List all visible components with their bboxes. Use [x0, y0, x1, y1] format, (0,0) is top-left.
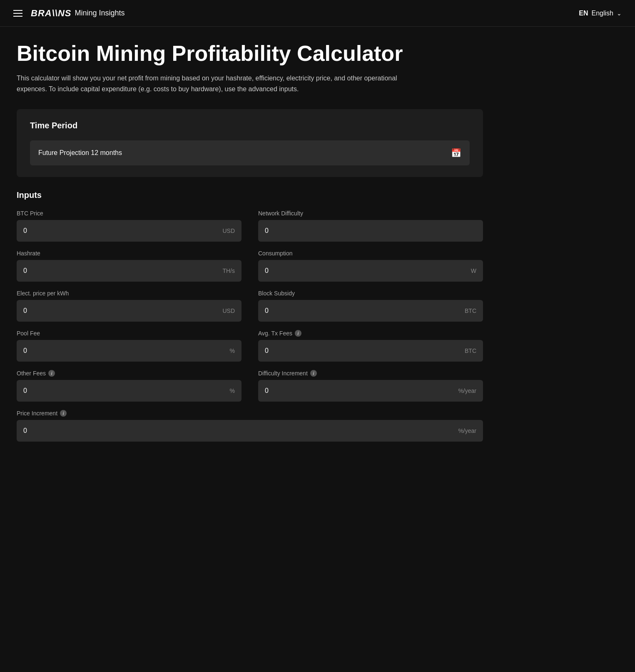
input-group-elect-price: Elect. price per kWhUSD: [17, 290, 242, 322]
field-wrapper-pool-fee: %: [17, 340, 242, 362]
input-price-increment[interactable]: [23, 427, 455, 435]
label-pool-fee: Pool Fee: [17, 330, 242, 337]
inputs-title: Inputs: [17, 190, 483, 200]
language-code: EN: [579, 10, 588, 17]
time-period-section: Time Period Future Projection 12 months …: [17, 109, 483, 177]
input-network-difficulty[interactable]: [265, 227, 476, 235]
main-content: Bitcoin Mining Profitability Calculator …: [0, 27, 500, 465]
header: BRA\\NS Mining Insights EN English ⌄: [0, 0, 635, 27]
field-wrapper-difficulty-increment: %/year: [258, 380, 483, 402]
unit-elect-price: USD: [222, 307, 235, 314]
info-icon-price-increment[interactable]: i: [60, 410, 67, 417]
unit-block-subsidy: BTC: [465, 307, 476, 314]
time-period-title: Time Period: [30, 121, 470, 130]
input-group-block-subsidy: Block SubsidyBTC: [258, 290, 483, 322]
unit-price-increment: %/year: [458, 427, 476, 434]
unit-consumption: W: [471, 267, 476, 274]
label-elect-price: Elect. price per kWh: [17, 290, 242, 297]
input-avg-tx-fees[interactable]: [265, 347, 461, 355]
info-icon-other-fees[interactable]: i: [48, 370, 55, 377]
language-selector[interactable]: EN English ⌄: [579, 10, 622, 17]
field-wrapper-network-difficulty: [258, 220, 483, 242]
input-group-avg-tx-fees: Avg. Tx FeesiBTC: [258, 330, 483, 362]
input-difficulty-increment[interactable]: [265, 387, 455, 395]
label-block-subsidy: Block Subsidy: [258, 290, 483, 297]
input-group-pool-fee: Pool Fee%: [17, 330, 242, 362]
info-icon-difficulty-increment[interactable]: i: [310, 370, 317, 377]
calendar-icon: 📅: [451, 148, 461, 158]
unit-btc-price: USD: [222, 227, 235, 234]
logo-subtitle: Mining Insights: [75, 9, 125, 17]
input-group-price-increment: Price Incrementi%/year: [17, 410, 483, 442]
inputs-grid: BTC PriceUSDNetwork DifficultyHashrateTH…: [17, 210, 483, 450]
menu-button[interactable]: [13, 10, 22, 17]
input-pool-fee[interactable]: [23, 347, 227, 355]
page-title: Bitcoin Mining Profitability Calculator: [17, 42, 483, 65]
input-group-other-fees: Other Feesi%: [17, 370, 242, 402]
unit-other-fees: %: [230, 387, 235, 394]
input-other-fees[interactable]: [23, 387, 227, 395]
info-icon-avg-tx-fees[interactable]: i: [295, 330, 301, 337]
field-wrapper-block-subsidy: BTC: [258, 300, 483, 322]
chevron-down-icon: ⌄: [617, 10, 622, 17]
label-difficulty-increment: Difficulty Incrementi: [258, 370, 483, 377]
input-hashrate[interactable]: [23, 267, 219, 275]
label-price-increment: Price Incrementi: [17, 410, 483, 417]
label-other-fees: Other Feesi: [17, 370, 242, 377]
input-group-network-difficulty: Network Difficulty: [258, 210, 483, 242]
page-description: This calculator will show you your net p…: [17, 73, 416, 94]
field-wrapper-avg-tx-fees: BTC: [258, 340, 483, 362]
input-consumption[interactable]: [265, 267, 468, 275]
label-hashrate: Hashrate: [17, 250, 242, 257]
input-btc-price[interactable]: [23, 227, 219, 235]
logo: BRA\\NS Mining Insights: [31, 8, 125, 19]
time-period-dropdown[interactable]: Future Projection 12 months 📅: [30, 140, 470, 165]
inputs-section: Inputs BTC PriceUSDNetwork DifficultyHas…: [17, 190, 483, 450]
unit-pool-fee: %: [230, 347, 235, 354]
unit-hashrate: TH/s: [222, 267, 235, 274]
field-wrapper-other-fees: %: [17, 380, 242, 402]
logo-brains: BRA\\NS: [31, 8, 71, 19]
language-label: English: [592, 10, 613, 17]
field-wrapper-consumption: W: [258, 260, 483, 282]
input-block-subsidy[interactable]: [265, 307, 461, 315]
field-wrapper-hashrate: TH/s: [17, 260, 242, 282]
label-network-difficulty: Network Difficulty: [258, 210, 483, 217]
input-group-btc-price: BTC PriceUSD: [17, 210, 242, 242]
input-group-difficulty-increment: Difficulty Incrementi%/year: [258, 370, 483, 402]
unit-avg-tx-fees: BTC: [465, 347, 476, 354]
field-wrapper-price-increment: %/year: [17, 420, 483, 442]
field-wrapper-btc-price: USD: [17, 220, 242, 242]
input-group-hashrate: HashrateTH/s: [17, 250, 242, 282]
label-avg-tx-fees: Avg. Tx Feesi: [258, 330, 483, 337]
field-wrapper-elect-price: USD: [17, 300, 242, 322]
header-left: BRA\\NS Mining Insights: [13, 8, 125, 19]
input-group-consumption: ConsumptionW: [258, 250, 483, 282]
input-elect-price[interactable]: [23, 307, 219, 315]
label-btc-price: BTC Price: [17, 210, 242, 217]
unit-difficulty-increment: %/year: [458, 387, 476, 394]
label-consumption: Consumption: [258, 250, 483, 257]
time-period-value: Future Projection 12 months: [38, 149, 122, 157]
